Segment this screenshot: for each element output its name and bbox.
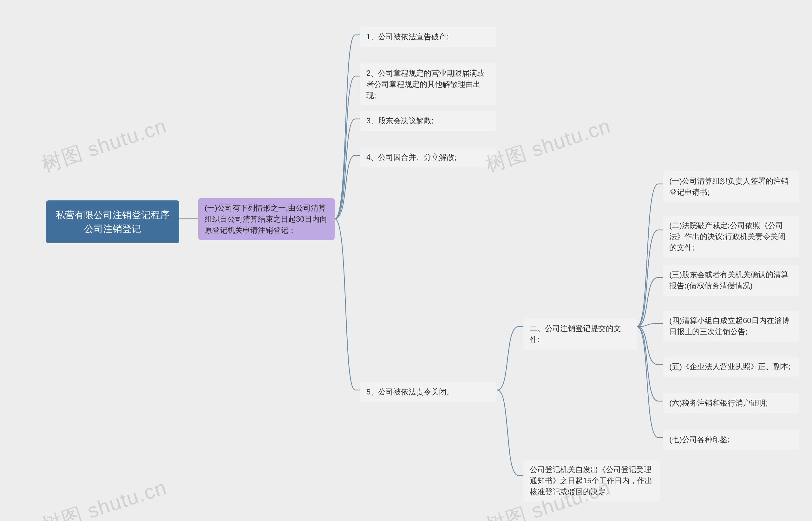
condition-label: (一)公司有下列情形之一,由公司清算组织自公司清算结束之日起30日内向原登记机关…	[205, 204, 328, 234]
leaf-label: (七)公司各种印鉴;	[669, 435, 730, 444]
doc-d7[interactable]: (七)公司各种印鉴;	[663, 430, 799, 450]
leaf-label: 5、公司被依法责令关闭。	[366, 387, 454, 396]
leaf-c3[interactable]: 3、股东会决议解散;	[360, 111, 496, 131]
doc-d6[interactable]: (六)税务注销和银行消户证明;	[663, 393, 799, 413]
leaf-label: (二)法院破产裁定;公司依照《公司法》作出的决议;行政机关责令关闭的文件;	[669, 221, 786, 252]
final-node[interactable]: 公司登记机关自发出《公司登记受理通知书》之日起15个工作日内，作出核准登记或驳回…	[523, 460, 660, 502]
doc-d2[interactable]: (二)法院破产裁定;公司依照《公司法》作出的决议;行政机关责令关闭的文件;	[663, 216, 799, 257]
doc-d1[interactable]: (一)公司清算组织负责人签署的注销登记申请书;	[663, 171, 799, 202]
leaf-label: 4、公司因合并、分立解散;	[366, 153, 456, 161]
leaf-c5[interactable]: 5、公司被依法责令关闭。	[360, 382, 496, 402]
leaf-label: (三)股东会或者有关机关确认的清算报告;(债权债务清偿情况)	[669, 270, 789, 290]
section2-title-node[interactable]: 二、公司注销登记提交的文件:	[523, 319, 637, 350]
watermark: 树图 shutu.cn	[482, 112, 614, 178]
leaf-c1[interactable]: 1、公司被依法宣告破产;	[360, 27, 496, 47]
watermark: 树图 shutu.cn	[38, 473, 170, 521]
leaf-label: 1、公司被依法宣告破产;	[366, 32, 449, 41]
leaf-label: (五)《企业法人营业执照》正、副本;	[669, 362, 791, 371]
section2-title-label: 二、公司注销登记提交的文件:	[530, 324, 621, 344]
root-node[interactable]: 私营有限公司注销登记程序公司注销登记	[46, 200, 179, 243]
leaf-label: (六)税务注销和银行消户证明;	[669, 399, 768, 407]
leaf-label: 2、公司章程规定的营业期限届满或者公司章程规定的其他解散理由出现;	[366, 69, 484, 99]
leaf-c4[interactable]: 4、公司因合并、分立解散;	[360, 148, 496, 167]
doc-d4[interactable]: (四)清算小组自成立起60日内在淄博日报上的三次注销公告;	[663, 311, 799, 342]
doc-d5[interactable]: (五)《企业法人营业执照》正、副本;	[663, 357, 799, 377]
leaf-label: (一)公司清算组织负责人签署的注销登记申请书;	[669, 177, 789, 196]
mindmap-canvas: 私营有限公司注销登记程序公司注销登记 (一)公司有下列情形之一,由公司清算组织自…	[0, 0, 812, 521]
root-label: 私营有限公司注销登记程序公司注销登记	[55, 210, 170, 234]
leaf-label: (四)清算小组自成立起60日内在淄博日报上的三次注销公告;	[669, 316, 789, 336]
watermark: 树图 shutu.cn	[38, 112, 170, 178]
leaf-c2[interactable]: 2、公司章程规定的营业期限届满或者公司章程规定的其他解散理由出现;	[360, 63, 496, 105]
doc-d3[interactable]: (三)股东会或者有关机关确认的清算报告;(债权债务清偿情况)	[663, 265, 799, 296]
leaf-label: 3、股东会决议解散;	[366, 116, 434, 125]
condition-node[interactable]: (一)公司有下列情形之一,由公司清算组织自公司清算结束之日起30日内向原登记机关…	[198, 198, 335, 240]
final-label: 公司登记机关自发出《公司登记受理通知书》之日起15个工作日内，作出核准登记或驳回…	[530, 465, 652, 496]
